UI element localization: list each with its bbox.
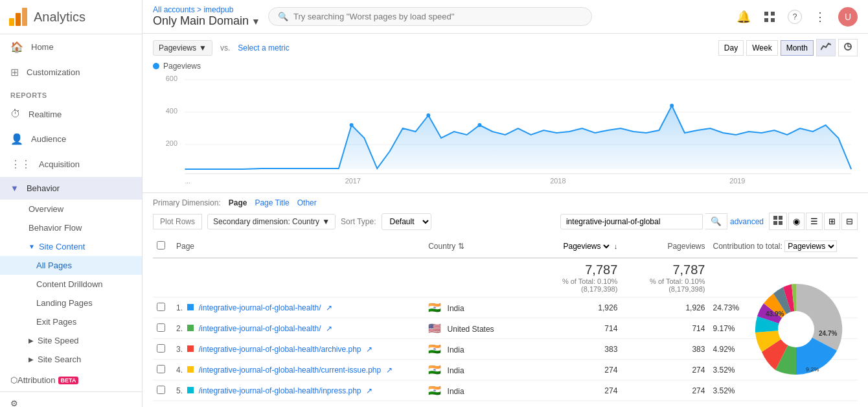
filter-input[interactable] (560, 214, 703, 229)
plot-rows-button[interactable]: Plot Rows (153, 214, 202, 229)
line-chart-button[interactable] (816, 39, 836, 56)
pageviews-dropdown-header[interactable]: Pageviews ↓ (534, 235, 621, 258)
metric-dropdown[interactable]: Pageviews ▼ (153, 40, 212, 56)
breadcrumb-parent[interactable]: All accounts (153, 5, 195, 14)
dim-page-title-link[interactable]: Page Title (255, 198, 289, 207)
row-checkbox[interactable] (157, 303, 165, 311)
row-color-square (187, 366, 194, 373)
row-checkbox[interactable] (157, 365, 165, 373)
page-link[interactable]: /integrative-journal-of-global-health/ (199, 303, 321, 312)
sidebar-item-attribution[interactable]: ⬡ Attribution BETA (0, 369, 142, 391)
sidebar-item-overview[interactable]: Overview (29, 200, 142, 218)
country-name: India (448, 366, 464, 375)
attribution-icon: ⬡ (10, 375, 17, 385)
country-name: United States (448, 325, 494, 334)
dim-page-link[interactable]: Page (229, 198, 247, 207)
select-metric-link[interactable]: Select a metric (238, 43, 289, 52)
row-pageviews: 714 (534, 318, 621, 339)
table-wrapper: Page Country ⇅ Pageviews ↓ (153, 235, 858, 401)
sidebar-item-audience[interactable]: 👤 Audience (0, 126, 142, 152)
sidebar-header: Analytics (0, 0, 142, 34)
more-icon[interactable]: ⋮ (812, 9, 828, 25)
page-link[interactable]: /integrative-journal-of-global-health/cu… (199, 366, 381, 375)
svg-text:9.2%: 9.2% (806, 366, 819, 373)
country-flag: 🇮🇳 (428, 302, 441, 313)
caret-right-icon: ▶ (29, 337, 34, 344)
breadcrumb-child[interactable]: imedpub (203, 5, 233, 14)
external-link-icon[interactable]: ↗ (366, 386, 372, 395)
home-icon: 🏠 (10, 41, 23, 53)
notification-icon[interactable]: 🔔 (736, 9, 751, 25)
dim-other-link[interactable]: Other (297, 198, 317, 207)
country-name: India (448, 345, 464, 355)
main-content: All accounts > imedpub Only Main Domain … (143, 0, 868, 407)
home-label: Home (31, 42, 54, 52)
sidebar-item-behavior[interactable]: ▼ Behavior (0, 177, 142, 200)
external-link-icon[interactable]: ↗ (386, 366, 393, 375)
sort-type-select[interactable]: Default (382, 213, 431, 230)
pivot-view-button[interactable]: ⊞ (824, 213, 840, 230)
sidebar-item-site-speed[interactable]: ▶ Site Speed (0, 331, 142, 350)
page-link[interactable]: /integrative-journal-of-global-health/in… (199, 386, 361, 395)
metric-label: Pageviews (159, 43, 196, 52)
table-header-row: Page Country ⇅ Pageviews ↓ (153, 235, 858, 258)
reports-section-label: REPORTS (0, 85, 142, 102)
row-number: 1. (176, 303, 183, 312)
sidebar-item-realtime[interactable]: ⏱ Realtime (0, 102, 142, 126)
sidebar-item-home[interactable]: 🏠 Home (0, 34, 142, 60)
list-view-button[interactable]: ☰ (806, 213, 823, 230)
avatar[interactable]: U (838, 7, 858, 27)
pageviews-metric-select[interactable]: Pageviews (560, 241, 611, 251)
settings-icon: ⚙ (10, 399, 18, 407)
page-link[interactable]: /integrative-journal-of-global-health/ (199, 324, 321, 333)
acquisition-icon: ⋮⋮ (10, 158, 31, 170)
country-name: India (448, 304, 464, 313)
pie-chart-button[interactable] (838, 39, 858, 56)
secondary-dimension-dropdown[interactable]: Secondary dimension: Country ▼ (207, 214, 336, 229)
page-link[interactable]: /integrative-journal-of-global-health/ar… (199, 345, 361, 354)
sidebar-item-content-drilldown[interactable]: Content Drilldown (0, 275, 142, 294)
external-link-icon[interactable]: ↗ (326, 303, 332, 312)
row-pageviews-right: 274 (621, 360, 709, 380)
row-checkbox[interactable] (157, 386, 165, 394)
month-button[interactable]: Month (781, 40, 814, 56)
day-button[interactable]: Day (718, 40, 744, 56)
week-button[interactable]: Week (746, 40, 777, 56)
sidebar-item-behavior-flow[interactable]: Behavior Flow (29, 218, 142, 237)
legend-label: Pageviews (163, 62, 201, 71)
comparison-view-button[interactable]: ⊟ (841, 213, 858, 230)
beta-badge: BETA (58, 377, 79, 384)
sidebar-item-exit-pages[interactable]: Exit Pages (0, 312, 142, 331)
audience-icon: 👤 (10, 133, 23, 145)
sidebar-item-all-pages[interactable]: All Pages (0, 256, 142, 275)
total-pageviews-right-sub: % of Total: 0.10%(8,179,398) (625, 277, 705, 293)
sidebar-item-site-search[interactable]: ▶ Site Search (0, 350, 142, 369)
row-checkbox[interactable] (157, 323, 165, 332)
sidebar-item-site-content[interactable]: ▼ Site Content (0, 237, 142, 256)
country-header[interactable]: Country ⇅ (424, 235, 534, 258)
row-checkbox[interactable] (157, 344, 165, 353)
select-all-checkbox[interactable] (157, 241, 165, 250)
circle-view-button[interactable]: ◉ (788, 213, 805, 230)
filter-search-button[interactable]: 🔍 (705, 213, 727, 229)
svg-rect-25 (773, 221, 777, 225)
primary-dimension-bar: Primary Dimension: Page Page Title Other (153, 198, 858, 207)
page-header[interactable]: Page (172, 235, 424, 258)
contribution-metric-select[interactable]: Pageviews (784, 240, 837, 252)
grid-view-button[interactable] (769, 213, 787, 230)
sidebar-item-settings[interactable]: ⚙ (0, 391, 142, 407)
pageviews-header[interactable]: Pageviews (621, 235, 709, 258)
advanced-link[interactable]: advanced (730, 217, 764, 226)
pageviews-sort-arrow[interactable]: ↓ (614, 242, 618, 250)
external-link-icon[interactable]: ↗ (366, 345, 372, 354)
sidebar-item-landing-pages[interactable]: Landing Pages (0, 294, 142, 312)
help-icon[interactable]: ? (788, 10, 802, 24)
external-link-icon[interactable]: ↗ (326, 324, 332, 333)
search-bar[interactable]: 🔍 (268, 7, 592, 26)
grid-icon[interactable] (762, 9, 777, 25)
domain-selector[interactable]: Only Main Domain ▼ (153, 14, 260, 28)
sidebar-item-customization[interactable]: ⊞ Customization (0, 60, 142, 85)
search-input[interactable] (293, 12, 582, 21)
sidebar-item-acquisition[interactable]: ⋮⋮ Acquisition (0, 152, 142, 177)
svg-text:43.9%: 43.9% (766, 310, 784, 318)
